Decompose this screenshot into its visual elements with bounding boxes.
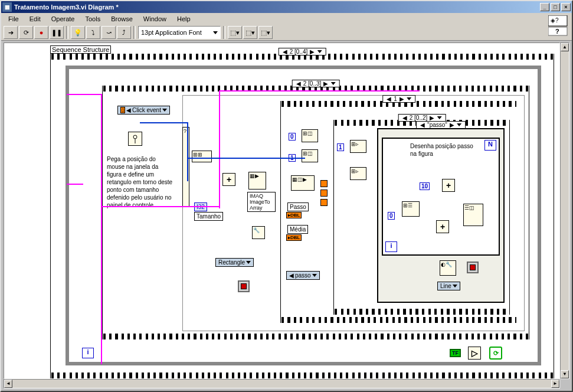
- i-terminal-2: i: [82, 348, 94, 358]
- step-out-button[interactable]: ⤴: [117, 26, 131, 39]
- separator: [133, 26, 136, 39]
- context-help-icon[interactable]: ◈??: [548, 15, 569, 37]
- horizontal-scrollbar[interactable]: ◄ ►: [4, 379, 560, 388]
- align-button[interactable]: ⬚▾: [228, 26, 242, 39]
- array-index-1[interactable]: ⊞▹: [350, 140, 366, 153]
- menubar: File Edit Operate Tools Browse Window He…: [1, 13, 572, 25]
- array-build-2[interactable]: ⊞◫: [302, 149, 318, 162]
- step-into-button[interactable]: ⤵: [86, 26, 100, 39]
- cond-tunnel[interactable]: ?: [182, 127, 189, 207]
- reorder-button[interactable]: ⬚▾: [258, 26, 273, 39]
- array-node-2a[interactable]: ⊞☰: [402, 201, 420, 217]
- tunnel-1: [320, 180, 328, 187]
- svg-text:?: ?: [555, 28, 559, 35]
- tamanho-control[interactable]: Tamanho: [194, 212, 223, 221]
- frame-selector-outer[interactable]: ◀2 [0..4]▶: [279, 48, 326, 55]
- stop-button-2[interactable]: [467, 262, 479, 273]
- menu-file[interactable]: File: [4, 14, 24, 24]
- tunnel-3: [320, 199, 328, 206]
- not-node[interactable]: ▷: [468, 347, 481, 360]
- menu-help[interactable]: Help: [172, 14, 195, 24]
- comment-left: Pega a posição do mouse na janela da fig…: [106, 154, 175, 210]
- tunnel-2: [320, 190, 328, 197]
- scroll-right-button[interactable]: ►: [551, 380, 559, 388]
- wire: [187, 122, 188, 181]
- vertical-scrollbar[interactable]: ▲ ▼: [560, 43, 569, 379]
- diagram-canvas[interactable]: Sequence Structure ◀2 [0..4]▶ ◀2 [0..3]▶…: [4, 43, 559, 378]
- n-terminal: N: [484, 140, 496, 151]
- tf-constant[interactable]: TF: [450, 349, 461, 357]
- sequence-inner[interactable]: ◀2 [0..2]▶ ◀"passo"▶ N Desenha posição p…: [333, 120, 510, 315]
- stop-button-1[interactable]: [238, 280, 250, 292]
- case-structure[interactable]: ◀"passo"▶ N Desenha posição passo na fig…: [377, 128, 505, 303]
- run-button[interactable]: ➔: [4, 26, 18, 39]
- separator: [66, 26, 68, 39]
- menu-window[interactable]: Window: [139, 14, 171, 24]
- toolbar: ➔ ⟳ ● ❚❚ 💡 ⤵ ⤻ ⤴ 13pt Application Font ⬚…: [1, 25, 572, 41]
- separator: [223, 26, 225, 39]
- scroll-down-button[interactable]: ▼: [561, 370, 569, 378]
- menu-tools[interactable]: Tools: [80, 14, 105, 24]
- media-dbl[interactable]: ▸DBL: [286, 234, 302, 241]
- const-0a[interactable]: 0: [289, 133, 296, 141]
- maximize-button[interactable]: □: [551, 3, 560, 11]
- imaq-icon[interactable]: ▦▶: [248, 172, 266, 190]
- minimize-button[interactable]: _: [540, 3, 549, 11]
- scroll-up-button[interactable]: ▲: [561, 43, 569, 51]
- app-window: ▦ Tratamento Imagem3.vi Diagram * _ □ × …: [0, 0, 573, 392]
- sequence-second[interactable]: ◀2 [0..3]▶ ▯ ◀Click event Pega a posição…: [102, 86, 529, 339]
- rectangle-control[interactable]: Rectangle: [215, 258, 254, 267]
- wire: [101, 206, 219, 207]
- bundle-node[interactable]: ☰◫: [463, 204, 483, 226]
- add-node-2[interactable]: +: [442, 179, 455, 192]
- font-selector[interactable]: 13pt Application Font: [138, 26, 221, 39]
- sequence-outer[interactable]: ◀2 [0..4]▶ ◀2 [0..3]▶ ▯ ◀Click event: [50, 54, 554, 378]
- click-event-control[interactable]: ▯ ◀Click event: [117, 106, 170, 115]
- window-title: Tratamento Imagem3.vi Diagram *: [14, 4, 119, 11]
- wire: [219, 90, 420, 92]
- array-index-2[interactable]: ⊞▹: [350, 167, 366, 180]
- for-loop[interactable]: N Desenha posição passo na figura 10 + 0…: [382, 138, 500, 256]
- scroll-left-button[interactable]: ◄: [4, 380, 12, 388]
- pause-button[interactable]: ❚❚: [50, 26, 64, 39]
- add-node-3[interactable]: +: [436, 220, 449, 233]
- wire: [187, 158, 305, 159]
- menu-browse[interactable]: Browse: [106, 14, 137, 24]
- sequence-third[interactable]: ◀1▶ ◀2 [0..2]▶ ◀"passo"▶ N: [280, 101, 518, 323]
- imaq-sub-node[interactable]: ▦◫▶: [291, 175, 315, 191]
- abort-button[interactable]: ●: [34, 26, 48, 39]
- passo-dbl[interactable]: ▸DBL: [286, 212, 302, 218]
- media-indicator-label: Média: [287, 225, 308, 234]
- close-button[interactable]: ×: [561, 3, 571, 11]
- case-selector[interactable]: ◀"passo"▶: [416, 121, 466, 129]
- property-node-1[interactable]: [128, 132, 142, 146]
- imaq-label: IMAQ ImageTo Array: [247, 192, 276, 212]
- const-10[interactable]: 10: [420, 182, 430, 190]
- property-node-3[interactable]: ◐🔧: [440, 260, 456, 276]
- titlebar[interactable]: ▦ Tratamento Imagem3.vi Diagram * _ □ ×: [1, 1, 572, 13]
- add-node-1[interactable]: +: [222, 173, 235, 186]
- menu-operate[interactable]: Operate: [47, 14, 80, 24]
- svg-text:◈?: ◈?: [551, 17, 559, 24]
- highlight-button[interactable]: 💡: [71, 26, 85, 39]
- step-over-button[interactable]: ⤻: [101, 26, 116, 39]
- array-build-1[interactable]: ⊞◫: [302, 129, 318, 142]
- const-0b[interactable]: 0: [388, 212, 395, 220]
- run-continuous-button[interactable]: ⟳: [19, 26, 33, 39]
- const-1b[interactable]: 1: [337, 143, 344, 151]
- structure-label: Sequence Structure: [50, 45, 111, 54]
- passo-selector[interactable]: ◀passo: [286, 271, 320, 280]
- while-loop[interactable]: ◀2 [0..3]▶ ▯ ◀Click event Pega a posição…: [66, 66, 541, 365]
- passo-indicator-label: Passo: [287, 202, 309, 211]
- loop-condition[interactable]: ⟳: [489, 347, 502, 360]
- wire: [140, 122, 187, 123]
- menu-edit[interactable]: Edit: [25, 14, 45, 24]
- wire: [101, 94, 102, 364]
- frame-selector-3[interactable]: ◀1▶: [382, 95, 415, 103]
- app-icon: ▦: [2, 2, 12, 12]
- frame-selector-2[interactable]: ◀2 [0..3]▶: [292, 80, 340, 87]
- line-control[interactable]: Line: [437, 282, 460, 290]
- distribute-button[interactable]: ⬚▾: [243, 26, 257, 39]
- array-node-1[interactable]: ⊞⊞: [192, 151, 212, 162]
- property-node-2[interactable]: 🔧: [252, 226, 265, 239]
